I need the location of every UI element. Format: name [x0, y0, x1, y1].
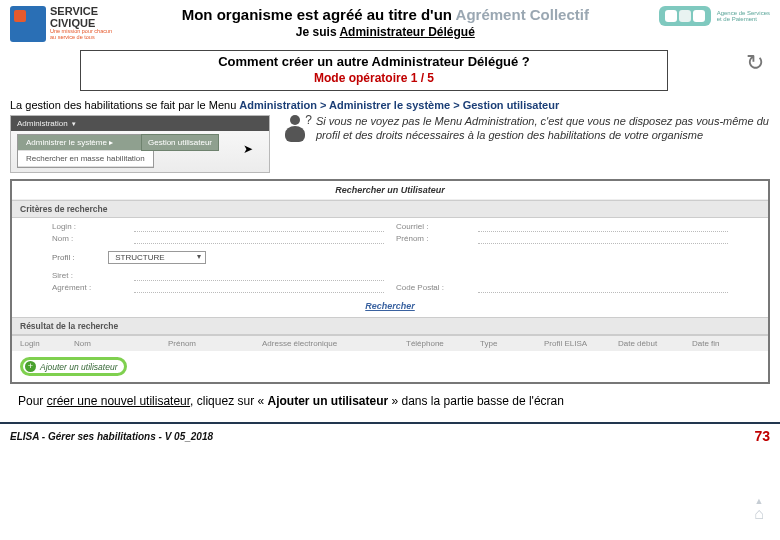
profil-select: STRUCTURE: [108, 251, 205, 264]
intro-text: La gestion des habilitations se fait par…: [10, 99, 770, 111]
menu-flyout: Gestion utilisateur: [141, 134, 219, 151]
mode-label: Mode opératoire 1 / 5: [87, 71, 661, 85]
label-codepostal: Code Postal :: [396, 283, 466, 293]
cursor-icon: ➤: [243, 142, 253, 156]
question-box: Comment créer un autre Administrateur Dé…: [80, 50, 668, 91]
col-fin: Date fin: [692, 339, 760, 348]
menu-item-mass-search: Rechercher en masse habilitation: [18, 151, 153, 167]
sc-badge-icon: [10, 6, 46, 42]
label-profil: Profil :: [52, 253, 106, 262]
footer-version: ELISA - Gérer ses habilitations - V 05_2…: [10, 431, 213, 442]
plus-icon: +: [25, 361, 36, 372]
title-sub-role: Administrateur Délégué: [339, 25, 474, 39]
label-siret: Siret :: [52, 271, 122, 281]
home-button[interactable]: ▲ ⌂: [748, 499, 770, 522]
title-main-suffix: Agrément Collectif: [456, 6, 589, 23]
col-profil: Profil ELISA: [544, 339, 614, 348]
menu-screenshot: Administration ▼ Administrer le système …: [10, 115, 270, 173]
col-type: Type: [480, 339, 540, 348]
logo-sc-line1: SERVICE: [50, 5, 98, 17]
asp-badge-icon: [659, 6, 711, 26]
slide-header: SERVICECIVIQUE Une mission pour chacun a…: [0, 0, 780, 42]
label-login: Login :: [52, 222, 122, 232]
search-link: Rechercher: [12, 297, 768, 317]
reload-icon[interactable]: ↻: [746, 50, 764, 76]
logo-service-civique: SERVICECIVIQUE Une mission pour chacun a…: [10, 6, 112, 42]
menu-top-item: Administration ▼: [11, 116, 269, 131]
col-date: Date début: [618, 339, 688, 348]
home-icon: ⌂: [748, 506, 770, 522]
title-block: Mon organisme est agréé au titre d'un Ag…: [112, 6, 659, 39]
form-section-result: Résultat de la recherche: [12, 317, 768, 335]
instruction-text: Pour créer une nouvel utilisateur, cliqu…: [18, 394, 762, 408]
label-courriel: Courriel :: [396, 222, 466, 232]
question-band: Comment créer un autre Administrateur Dé…: [10, 50, 770, 91]
slide-footer: ELISA - Gérer ses habilitations - V 05_2…: [0, 424, 780, 444]
menu-dropdown: Administrer le système ▸ Rechercher en m…: [17, 134, 154, 168]
logo-sc-line2: CIVIQUE: [50, 17, 95, 29]
nav-path: Administration > Administrer le système …: [239, 99, 559, 111]
question-text: Comment créer un autre Administrateur Dé…: [87, 54, 661, 69]
col-email: Adresse électronique: [262, 339, 402, 348]
form-section-criteria: Critères de recherche: [12, 200, 768, 218]
form-screenshot: Rechercher un Utilisateur Critères de re…: [10, 179, 770, 384]
tip-text: Si vous ne voyez pas le Menu Administrat…: [316, 115, 770, 149]
title-sub: Je suis Administrateur Délégué: [112, 25, 659, 39]
col-tel: Téléphone: [406, 339, 476, 348]
tip-callout: ? Si vous ne voyez pas le Menu Administr…: [282, 115, 770, 149]
label-nom: Nom :: [52, 234, 122, 244]
logo-asp: Agence de Serviceset de Paiement: [659, 6, 770, 26]
title-main: Mon organisme est agréé au titre d'un Ag…: [112, 6, 659, 23]
asp-line2: et de Paiement: [717, 16, 757, 22]
page-number: 73: [754, 428, 770, 444]
asp-line1: Agence de Services: [717, 10, 770, 16]
form-title: Rechercher un Utilisateur: [12, 181, 768, 200]
menu-item-admin-system: Administrer le système ▸: [18, 135, 153, 151]
person-question-icon: ?: [282, 115, 308, 149]
col-nom: Nom: [74, 339, 164, 348]
add-user-link: +Ajouter un utilisateur: [20, 357, 127, 376]
label-agrement: Agrément :: [52, 283, 122, 293]
col-prenom: Prénom: [168, 339, 258, 348]
label-prenom: Prénom :: [396, 234, 466, 244]
col-login: Login: [20, 339, 70, 348]
result-table-header: Login Nom Prénom Adresse électronique Té…: [12, 335, 768, 351]
logo-sc-tagline2: au service de tous: [50, 35, 112, 41]
